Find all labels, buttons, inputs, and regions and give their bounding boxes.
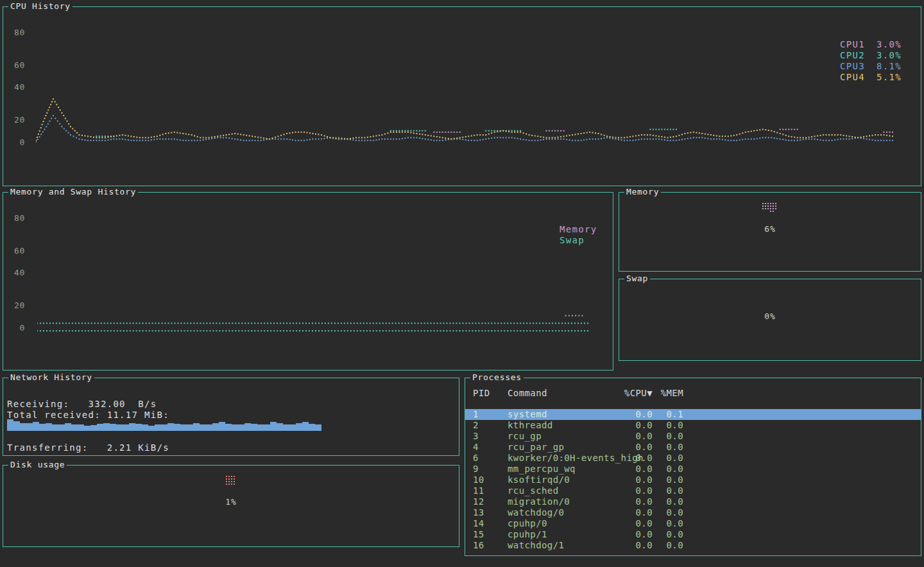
memory-gauge-title: Memory <box>624 187 661 196</box>
process-row[interactable]: 16watchdog/10.00.0 <box>465 540 921 551</box>
y-axis-tick-label: 20 <box>6 115 25 125</box>
process-pid: 1 <box>473 409 501 420</box>
y-axis-tick-label: 40 <box>6 268 25 278</box>
process-mem-percent: 0.0 <box>658 475 683 485</box>
process-pid: 12 <box>473 496 501 507</box>
cpu-history-panel: CPU History 806040200 CPU13.0%CPU23.0%CP… <box>3 6 921 186</box>
disk-usage-panel: Disk usage 1% <box>3 465 459 547</box>
cpu-legend-label: CPU3 <box>840 61 865 72</box>
process-mem-percent: 0.0 <box>658 496 683 507</box>
process-pid: 10 <box>473 475 501 485</box>
disk-percent-label: 1% <box>3 497 459 507</box>
process-cpu-percent: 0.0 <box>608 485 653 496</box>
process-cpu-percent: 0.0 <box>608 496 653 507</box>
swap-gauge-panel: Swap 0% <box>619 279 921 361</box>
process-row[interactable]: 13watchdog/00.00.0 <box>465 507 921 518</box>
memory-gauge-dots <box>762 203 778 213</box>
process-mem-percent: 0.0 <box>658 431 683 442</box>
network-transferring-line: Transferring: 2.21 KiB/s <box>7 442 169 453</box>
memory-legend-label: Memory <box>560 224 597 235</box>
process-pid: 9 <box>473 464 501 475</box>
swap-legend-label: Swap <box>560 235 585 246</box>
cpu-legend-label: CPU1 <box>840 39 865 50</box>
cpu-legend-entry: CPU45.1% <box>840 72 902 83</box>
process-mem-percent: 0.0 <box>658 442 683 453</box>
memory-percent-label: 6% <box>619 224 921 234</box>
column-header-pid[interactable]: PID <box>473 388 501 399</box>
process-mem-percent: 0.0 <box>658 420 683 431</box>
process-pid: 13 <box>473 507 501 518</box>
y-axis-tick-label: 0 <box>6 323 25 333</box>
network-sparkline <box>7 418 321 431</box>
process-pid: 15 <box>473 529 501 540</box>
process-row[interactable]: 2kthreadd0.00.0 <box>465 420 921 431</box>
y-axis-tick-label: 80 <box>6 28 25 38</box>
network-history-title: Network History <box>8 372 94 382</box>
cpu-legend-value: 5.1% <box>877 72 902 83</box>
system-monitor-screen: CPU History 806040200 CPU13.0%CPU23.0%CP… <box>0 0 924 567</box>
disk-usage-title: Disk usage <box>8 460 67 469</box>
y-axis-tick-label: 0 <box>6 137 25 148</box>
column-header-mem[interactable]: %MEM <box>658 388 683 399</box>
process-table-header: PID Command %CPU▼ %MEM <box>465 388 921 399</box>
processes-panel: Processes PID Command %CPU▼ %MEM 1system… <box>465 378 921 556</box>
process-cpu-percent: 0.0 <box>608 529 653 540</box>
y-axis-tick-label: 60 <box>6 246 25 256</box>
swap-percent-label: 0% <box>619 311 921 322</box>
process-mem-percent: 0.0 <box>658 540 683 551</box>
cpu-legend-label: CPU4 <box>840 72 865 83</box>
cpu-legend-label: CPU2 <box>840 50 865 61</box>
cpu-legend-value: 3.0% <box>877 39 902 50</box>
memory-swap-chart <box>37 193 590 340</box>
process-cpu-percent: 0.0 <box>608 540 653 551</box>
process-row[interactable]: 11rcu_sched0.00.0 <box>465 485 921 496</box>
cpu-legend-value: 3.0% <box>877 50 902 61</box>
process-pid: 3 <box>473 431 501 442</box>
process-pid: 14 <box>473 518 501 529</box>
process-row[interactable]: 9mm_percpu_wq0.00.0 <box>465 464 921 475</box>
cpu-legend-entry: CPU23.0% <box>840 50 902 61</box>
column-header-cpu-sort[interactable]: %CPU▼ <box>608 388 653 399</box>
process-pid: 6 <box>473 453 501 464</box>
network-receiving-line: Receiving: 332.00 B/s <box>7 399 157 410</box>
y-axis-tick-label: 40 <box>6 82 25 92</box>
process-row-selected[interactable]: 1systemd0.00.1 <box>465 409 921 420</box>
y-axis-tick-label: 60 <box>6 60 25 71</box>
cpu-legend-entry: CPU38.1% <box>840 61 902 72</box>
process-cpu-percent: 0.0 <box>608 475 653 485</box>
cpu-history-chart <box>36 7 896 155</box>
process-row[interactable]: 14cpuhp/00.00.0 <box>465 518 921 529</box>
process-cpu-percent: 0.0 <box>608 431 653 442</box>
memory-gauge-panel: Memory 6% <box>619 192 921 272</box>
process-row[interactable]: 4rcu_par_gp0.00.0 <box>465 442 921 453</box>
process-cpu-percent: 0.0 <box>608 420 653 431</box>
cpu-legend-entry: CPU13.0% <box>840 39 902 50</box>
process-mem-percent: 0.0 <box>658 529 683 540</box>
process-cpu-percent: 0.0 <box>608 518 653 529</box>
processes-title: Processes <box>470 372 524 382</box>
y-axis-tick-label: 20 <box>6 301 25 311</box>
process-row[interactable]: 12migration/00.00.0 <box>465 496 921 507</box>
swap-gauge-title: Swap <box>624 274 650 283</box>
process-mem-percent: 0.0 <box>658 507 683 518</box>
memory-swap-history-panel: Memory and Swap History 806040200 Memory… <box>3 192 613 371</box>
cpu-legend-value: 8.1% <box>877 61 902 72</box>
process-pid: 2 <box>473 420 501 431</box>
process-cpu-percent: 0.0 <box>608 507 653 518</box>
process-cpu-percent: 0.0 <box>608 442 653 453</box>
process-cpu-percent: 0.0 <box>608 453 653 464</box>
process-row[interactable]: 15cpuhp/10.00.0 <box>465 529 921 540</box>
process-pid: 4 <box>473 442 501 453</box>
process-mem-percent: 0.0 <box>658 453 683 464</box>
process-mem-percent: 0.0 <box>658 485 683 496</box>
process-mem-percent: 0.0 <box>658 464 683 475</box>
process-pid: 16 <box>473 540 501 551</box>
process-pid: 11 <box>473 485 501 496</box>
process-row[interactable]: 6kworker/0:0H-events_high0.00.0 <box>465 453 921 464</box>
process-row[interactable]: 3rcu_gp0.00.0 <box>465 431 921 442</box>
process-cpu-percent: 0.0 <box>608 409 653 420</box>
process-cpu-percent: 0.0 <box>608 464 653 475</box>
network-history-panel: Network History Receiving: 332.00 B/s To… <box>3 378 459 456</box>
process-row[interactable]: 10ksoftirqd/00.00.0 <box>465 475 921 485</box>
process-mem-percent: 0.0 <box>658 518 683 529</box>
